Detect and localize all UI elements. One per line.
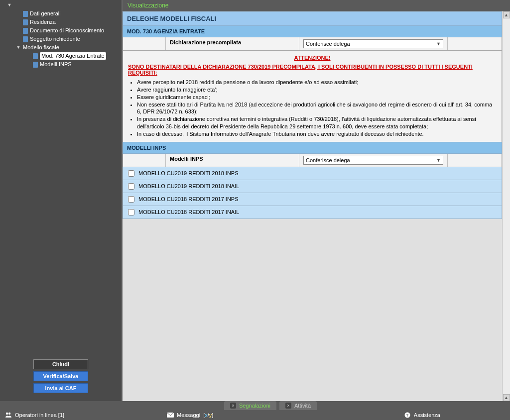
tree-item-modello-fiscale[interactable]: ▼ Modello fiscale bbox=[4, 43, 122, 52]
bottom-tabs: × Segnalazioni × Attività bbox=[0, 401, 510, 410]
tree-label: Mod. 730 Agenzia Entrate bbox=[40, 52, 106, 60]
panel-title: DELEGHE MODELLI FISCALI bbox=[123, 11, 502, 26]
warning-block: ATTENZIONE! SONO DESTINATARI DELLA DICHI… bbox=[123, 51, 502, 142]
mode-label: Visualizzazione bbox=[123, 0, 510, 11]
scroll-up-icon[interactable]: ▲ bbox=[503, 11, 510, 18]
status-assistenza[interactable]: ? Assistenza bbox=[404, 412, 440, 418]
svg-text:?: ? bbox=[406, 413, 408, 418]
help-icon: ? bbox=[404, 412, 411, 418]
sidebar-actions: Chiudi Verifica/Salva Invia al CAF bbox=[0, 356, 122, 401]
tree-label: Soggetto richiedente bbox=[30, 35, 80, 43]
tree-label: Modelli INPS bbox=[40, 61, 72, 68]
tab-attivita[interactable]: × Attività bbox=[279, 401, 317, 410]
warning-item: In caso di decesso, il Sistema Informati… bbox=[137, 130, 497, 138]
warning-item: Avere raggiunto la maggiore eta'; bbox=[137, 86, 497, 94]
mail-icon bbox=[167, 412, 174, 418]
document-icon bbox=[23, 11, 28, 17]
tree-item-modelli-inps[interactable]: Modelli INPS bbox=[4, 60, 122, 69]
model-label: MODELLO CU2018 REDDITI 2017 INAIL bbox=[138, 209, 239, 215]
close-icon[interactable]: × bbox=[230, 403, 236, 409]
close-icon[interactable]: × bbox=[285, 403, 291, 409]
tab-label: Segnalazioni bbox=[239, 403, 270, 409]
status-messages[interactable]: Messaggi [x/y] bbox=[167, 412, 213, 418]
status-bar: Operatori in linea [1] Messaggi [x/y] ? … bbox=[0, 410, 510, 420]
tree-label: Documento di Riconoscimento bbox=[30, 27, 104, 34]
tree-item-mod-730[interactable]: Mod. 730 Agenzia Entrate bbox=[4, 52, 122, 60]
model-row[interactable]: MODELLO CU2019 REDDITI 2018 INPS bbox=[123, 167, 502, 180]
model-checkbox[interactable] bbox=[128, 196, 134, 203]
model-label: MODELLO CU2019 REDDITI 2018 INPS bbox=[138, 170, 239, 176]
document-icon bbox=[33, 62, 38, 68]
document-icon bbox=[23, 19, 28, 25]
model-row[interactable]: MODELLO CU2018 REDDITI 2017 INPS bbox=[123, 193, 502, 206]
select-value: Conferisce delega bbox=[306, 41, 350, 47]
status-text: Messaggi bbox=[177, 412, 200, 418]
warning-item: Non essere stati titolari di Partita Iva… bbox=[137, 101, 497, 116]
document-icon bbox=[23, 36, 28, 42]
tree-item-dati-generali[interactable]: Dati generali bbox=[4, 9, 122, 18]
tree-item-soggetto-richiedente[interactable]: Soggetto richiedente bbox=[4, 35, 122, 43]
status-operators[interactable]: Operatori in linea [1] bbox=[5, 412, 64, 418]
sidebar: ▼ Dati generali Residenza Documento di R… bbox=[0, 0, 122, 401]
tree-label: Residenza bbox=[30, 18, 56, 26]
status-text: Assistenza bbox=[414, 412, 440, 418]
row-730: Dichiarazione precompilata Conferisce de… bbox=[123, 37, 502, 51]
model-row[interactable]: MODELLO CU2019 REDDITI 2018 INAIL bbox=[123, 180, 502, 193]
model-label: MODELLO CU2019 REDDITI 2018 INAIL bbox=[138, 183, 239, 189]
svg-point-0 bbox=[6, 413, 8, 415]
document-icon bbox=[23, 28, 28, 34]
warning-list: Avere percepito nel 2018 redditi da pens… bbox=[128, 79, 497, 138]
row-label-inps: Modelli INPS bbox=[166, 154, 299, 167]
verify-save-button[interactable]: Verifica/Salva bbox=[33, 371, 88, 381]
section-inps-header: MODELLI INPS bbox=[123, 142, 502, 154]
warning-item: Avere percepito nel 2018 redditi da pens… bbox=[137, 79, 497, 86]
chevron-down-icon: ▼ bbox=[436, 41, 441, 46]
scroll-down-icon[interactable]: ▲ bbox=[503, 394, 510, 401]
chevron-down-icon: ▼ bbox=[7, 1, 12, 9]
tab-segnalazioni[interactable]: × Segnalazioni bbox=[224, 401, 276, 410]
model-checkbox[interactable] bbox=[128, 170, 134, 177]
warning-subtitle: SONO DESTINATARI DELLA DICHIARAZIONE 730… bbox=[128, 64, 497, 79]
tree-label: Modello fiscale bbox=[23, 44, 59, 51]
row-label-730: Dichiarazione precompilata bbox=[166, 37, 299, 50]
message-count: [x/y] bbox=[203, 412, 213, 418]
section-730-header: MOD. 730 AGENZIA ENTRATE bbox=[123, 26, 502, 37]
warning-item: Essere giuridicamente capaci; bbox=[137, 94, 497, 101]
tab-label: Attività bbox=[294, 403, 311, 409]
users-icon bbox=[5, 412, 12, 418]
send-caf-button[interactable]: Invia al CAF bbox=[33, 383, 88, 393]
document-icon bbox=[33, 53, 38, 59]
close-button[interactable]: Chiudi bbox=[33, 359, 88, 369]
tree-item-residenza[interactable]: Residenza bbox=[4, 18, 122, 26]
warning-item: In presenza di dichiarazione correttiva … bbox=[137, 115, 497, 130]
status-text: Operatori in linea [1] bbox=[15, 412, 64, 418]
select-730-delega[interactable]: Conferisce delega ▼ bbox=[303, 39, 443, 48]
nav-tree: ▼ Dati generali Residenza Documento di R… bbox=[0, 1, 122, 356]
model-row[interactable]: MODELLO CU2018 REDDITI 2017 INAIL bbox=[123, 206, 502, 219]
tree-root-toggle[interactable]: ▼ bbox=[4, 1, 122, 9]
model-label: MODELLO CU2018 REDDITI 2017 INPS bbox=[138, 196, 239, 202]
tree-item-documento-riconoscimento[interactable]: Documento di Riconoscimento bbox=[4, 26, 122, 35]
select-inps-delega[interactable]: Conferisce delega ▼ bbox=[303, 156, 443, 165]
chevron-down-icon: ▼ bbox=[16, 44, 21, 51]
model-checkbox[interactable] bbox=[128, 183, 134, 190]
row-inps: Modelli INPS Conferisce delega ▼ bbox=[123, 154, 502, 167]
select-value: Conferisce delega bbox=[306, 157, 350, 163]
vertical-scrollbar[interactable]: ▲ ▲ bbox=[502, 11, 510, 401]
svg-point-1 bbox=[8, 413, 10, 415]
model-checkbox[interactable] bbox=[128, 209, 134, 215]
tree-label: Dati generali bbox=[30, 10, 61, 17]
content-area: Visualizzazione DELEGHE MODELLI FISCALI … bbox=[122, 0, 510, 401]
chevron-down-icon: ▼ bbox=[436, 158, 441, 163]
warning-title: ATTENZIONE! bbox=[128, 54, 497, 64]
